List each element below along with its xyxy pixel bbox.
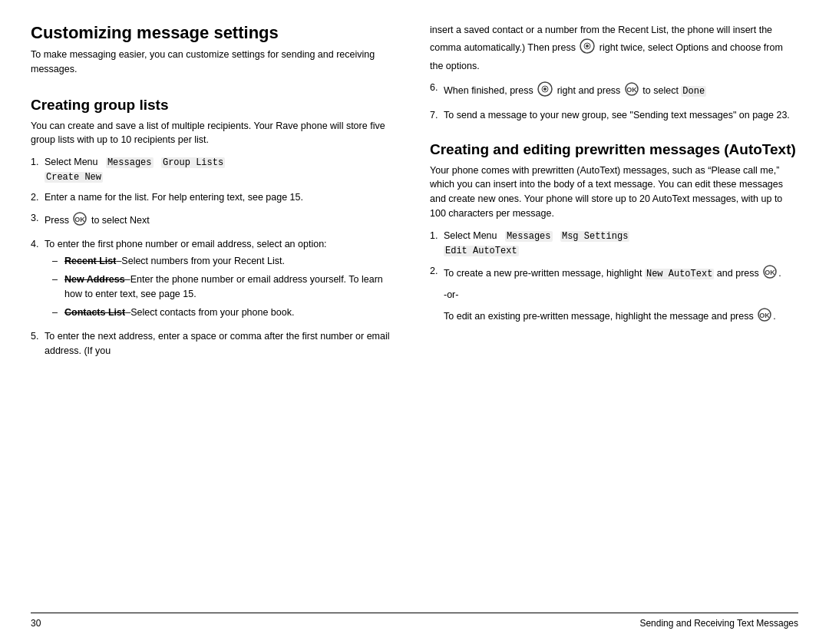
- ok-icon-step2-2: OK: [762, 264, 778, 284]
- steps2-list: 1. Select Menu Messages Msg Settings Edi…: [430, 229, 798, 333]
- svg-point-7: [543, 88, 547, 91]
- step-num-5: 5.: [31, 329, 45, 358]
- right-column: insert a saved contact or a number from …: [430, 23, 798, 603]
- sub-item-contactslist: – Contacts List–Select contacts from you…: [52, 305, 399, 320]
- contactslist-label: Contacts List: [64, 307, 125, 318]
- step-5-content: To enter the next address, enter a space…: [45, 329, 399, 358]
- step-num-2: 2.: [31, 190, 45, 205]
- sub-item-newaddress: – New Address–Enter the phone number or …: [52, 272, 399, 302]
- newautotext-label: New AutoText: [645, 269, 714, 279]
- or-separator: -or-: [444, 288, 798, 302]
- step2-2: 2. To create a new pre-written message, …: [430, 264, 798, 327]
- menu-editautotext: Edit AutoText: [444, 246, 519, 256]
- menu-messages-2: Messages: [505, 231, 553, 242]
- svg-point-4: [586, 45, 589, 48]
- step-num-7: 7.: [430, 108, 444, 123]
- main-intro: To make messaging easier, you can custom…: [31, 48, 399, 77]
- ok-icon-step6: OK: [624, 81, 639, 101]
- svg-text:OK: OK: [75, 216, 86, 223]
- svg-text:OK: OK: [626, 86, 637, 94]
- bullet-1: –: [52, 254, 64, 269]
- menu-createnew: Create New: [45, 172, 103, 183]
- page-number: 30: [31, 618, 41, 629]
- step-num-6: 6.: [430, 81, 444, 102]
- section2-title: Creating and editing prewritten messages…: [430, 141, 798, 159]
- step-3-content: Press OK to select Next: [45, 211, 399, 231]
- step-4: 4. To enter the first phone number or em…: [31, 237, 399, 324]
- continued-text: insert a saved contact or a number from …: [430, 23, 798, 73]
- bullet-2: –: [52, 272, 64, 302]
- step-5: 5. To enter the next address, enter a sp…: [31, 329, 399, 358]
- step-1-content: Select Menu Messages Group Lists Create …: [45, 155, 399, 184]
- menu-messages-1: Messages: [106, 157, 154, 168]
- section2-intro: Your phone comes with prewritten (AutoTe…: [430, 163, 798, 221]
- ok-icon-step3: OK: [72, 211, 88, 231]
- footer: 30 Sending and Receiving Text Messages: [31, 618, 798, 629]
- section1-intro: You can create and save a list of multip…: [31, 119, 399, 148]
- step-6: 6. When finished, press right and press: [430, 81, 798, 102]
- menu-grouplists: Group Lists: [161, 157, 225, 168]
- sub-content-3: Contacts List–Select contacts from your …: [64, 305, 399, 320]
- sub-content-2: New Address–Enter the phone number or em…: [64, 272, 399, 302]
- page: Customizing message settings To make mes…: [0, 0, 829, 644]
- step-7-content: To send a message to your new group, see…: [444, 108, 798, 123]
- step2-num-2: 2.: [430, 264, 444, 327]
- step2-2-content: To create a new pre-written message, hig…: [444, 264, 798, 327]
- step-7: 7. To send a message to your new group, …: [430, 108, 798, 123]
- step-2: 2. Enter a name for the list. For help e…: [31, 190, 399, 205]
- section1-title: Creating group lists: [31, 97, 399, 114]
- footer-line: [31, 613, 798, 613]
- step-1: 1. Select Menu Messages Group Lists Crea…: [31, 155, 399, 184]
- done-label: Done: [681, 86, 706, 97]
- step2-1: 1. Select Menu Messages Msg Settings Edi…: [430, 229, 798, 258]
- menu-msgsettings: Msg Settings: [560, 231, 629, 242]
- continued-steps-list: 6. When finished, press right and press: [430, 81, 798, 129]
- nav-icon-continued: [579, 38, 596, 59]
- main-title: Customizing message settings: [31, 23, 399, 43]
- step2-1-content: Select Menu Messages Msg Settings Edit A…: [444, 229, 798, 258]
- sub-list-step4: – Recent List–Select numbers from your R…: [52, 254, 399, 319]
- bullet-3: –: [52, 305, 64, 320]
- sub-content-1: Recent List–Select numbers from your Rec…: [64, 254, 399, 269]
- step-4-content: To enter the first phone number or email…: [45, 237, 399, 324]
- newaddress-label: New Address: [64, 274, 125, 285]
- svg-text:OK: OK: [765, 269, 775, 276]
- ok-icon-step2-2b: OK: [757, 307, 772, 327]
- footer-text: Sending and Receiving Text Messages: [639, 618, 798, 629]
- left-column: Customizing message settings To make mes…: [31, 23, 399, 603]
- step-3: 3. Press OK to select Next: [31, 211, 399, 231]
- sub-item-recentlist: – Recent List–Select numbers from your R…: [52, 254, 399, 269]
- nav-icon-step6: [537, 81, 553, 102]
- recentlist-label: Recent List: [64, 256, 116, 266]
- svg-text:OK: OK: [759, 312, 770, 319]
- step2-num-1: 1.: [430, 229, 444, 258]
- step-num-3: 3.: [31, 211, 45, 231]
- step-2-content: Enter a name for the list. For help ente…: [45, 190, 399, 205]
- step-num-1: 1.: [31, 155, 45, 184]
- content-columns: Customizing message settings To make mes…: [31, 23, 798, 603]
- steps-list: 1. Select Menu Messages Group Lists Crea…: [31, 155, 399, 365]
- step-num-4: 4.: [31, 237, 45, 324]
- step-6-content: When finished, press right and press: [444, 81, 798, 102]
